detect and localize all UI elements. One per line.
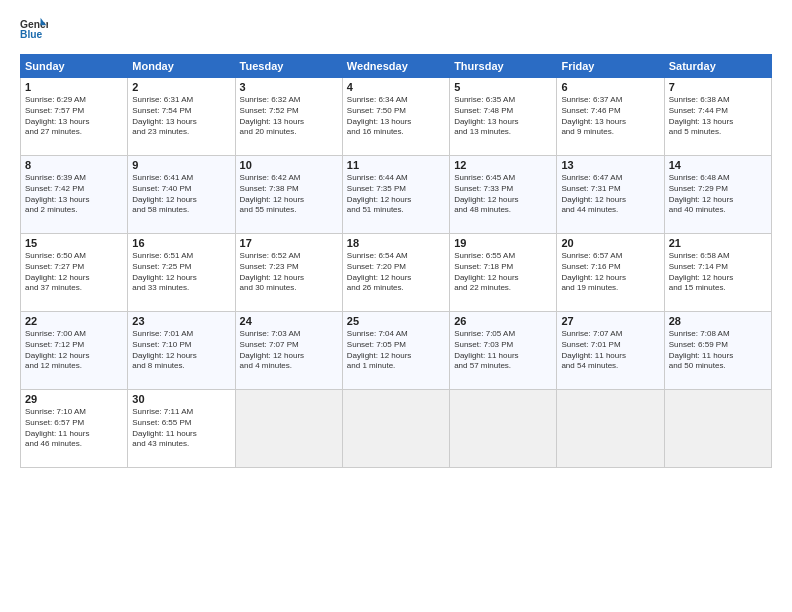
calendar-cell: 21Sunrise: 6:58 AM Sunset: 7:14 PM Dayli… — [664, 234, 771, 312]
day-number: 20 — [561, 237, 659, 249]
calendar-body: 1Sunrise: 6:29 AM Sunset: 7:57 PM Daylig… — [21, 78, 772, 468]
cell-info: Sunrise: 7:11 AM Sunset: 6:55 PM Dayligh… — [132, 407, 230, 450]
calendar-cell: 25Sunrise: 7:04 AM Sunset: 7:05 PM Dayli… — [342, 312, 449, 390]
calendar-cell — [450, 390, 557, 468]
cell-info: Sunrise: 7:00 AM Sunset: 7:12 PM Dayligh… — [25, 329, 123, 372]
calendar-cell: 3Sunrise: 6:32 AM Sunset: 7:52 PM Daylig… — [235, 78, 342, 156]
cell-info: Sunrise: 7:03 AM Sunset: 7:07 PM Dayligh… — [240, 329, 338, 372]
calendar-header-tuesday: Tuesday — [235, 55, 342, 78]
cell-info: Sunrise: 6:51 AM Sunset: 7:25 PM Dayligh… — [132, 251, 230, 294]
calendar-cell: 15Sunrise: 6:50 AM Sunset: 7:27 PM Dayli… — [21, 234, 128, 312]
day-number: 2 — [132, 81, 230, 93]
cell-info: Sunrise: 6:44 AM Sunset: 7:35 PM Dayligh… — [347, 173, 445, 216]
day-number: 22 — [25, 315, 123, 327]
day-number: 13 — [561, 159, 659, 171]
cell-info: Sunrise: 6:47 AM Sunset: 7:31 PM Dayligh… — [561, 173, 659, 216]
cell-info: Sunrise: 6:35 AM Sunset: 7:48 PM Dayligh… — [454, 95, 552, 138]
day-number: 18 — [347, 237, 445, 249]
day-number: 24 — [240, 315, 338, 327]
day-number: 1 — [25, 81, 123, 93]
calendar-header-wednesday: Wednesday — [342, 55, 449, 78]
logo: General Blue — [20, 16, 48, 44]
page-header: General Blue — [20, 16, 772, 44]
cell-info: Sunrise: 6:29 AM Sunset: 7:57 PM Dayligh… — [25, 95, 123, 138]
calendar-week-2: 8Sunrise: 6:39 AM Sunset: 7:42 PM Daylig… — [21, 156, 772, 234]
calendar-cell: 16Sunrise: 6:51 AM Sunset: 7:25 PM Dayli… — [128, 234, 235, 312]
day-number: 23 — [132, 315, 230, 327]
calendar-cell: 6Sunrise: 6:37 AM Sunset: 7:46 PM Daylig… — [557, 78, 664, 156]
day-number: 3 — [240, 81, 338, 93]
calendar-cell: 30Sunrise: 7:11 AM Sunset: 6:55 PM Dayli… — [128, 390, 235, 468]
calendar-cell: 17Sunrise: 6:52 AM Sunset: 7:23 PM Dayli… — [235, 234, 342, 312]
calendar-cell: 4Sunrise: 6:34 AM Sunset: 7:50 PM Daylig… — [342, 78, 449, 156]
cell-info: Sunrise: 6:39 AM Sunset: 7:42 PM Dayligh… — [25, 173, 123, 216]
calendar-header-saturday: Saturday — [664, 55, 771, 78]
calendar-cell: 24Sunrise: 7:03 AM Sunset: 7:07 PM Dayli… — [235, 312, 342, 390]
calendar-cell: 5Sunrise: 6:35 AM Sunset: 7:48 PM Daylig… — [450, 78, 557, 156]
cell-info: Sunrise: 6:52 AM Sunset: 7:23 PM Dayligh… — [240, 251, 338, 294]
calendar-week-4: 22Sunrise: 7:00 AM Sunset: 7:12 PM Dayli… — [21, 312, 772, 390]
calendar-cell: 14Sunrise: 6:48 AM Sunset: 7:29 PM Dayli… — [664, 156, 771, 234]
calendar-header-thursday: Thursday — [450, 55, 557, 78]
calendar-week-1: 1Sunrise: 6:29 AM Sunset: 7:57 PM Daylig… — [21, 78, 772, 156]
day-number: 11 — [347, 159, 445, 171]
calendar-header-monday: Monday — [128, 55, 235, 78]
calendar-cell: 23Sunrise: 7:01 AM Sunset: 7:10 PM Dayli… — [128, 312, 235, 390]
day-number: 30 — [132, 393, 230, 405]
cell-info: Sunrise: 7:10 AM Sunset: 6:57 PM Dayligh… — [25, 407, 123, 450]
cell-info: Sunrise: 6:50 AM Sunset: 7:27 PM Dayligh… — [25, 251, 123, 294]
cell-info: Sunrise: 6:38 AM Sunset: 7:44 PM Dayligh… — [669, 95, 767, 138]
calendar-header-row: SundayMondayTuesdayWednesdayThursdayFrid… — [21, 55, 772, 78]
calendar-table: SundayMondayTuesdayWednesdayThursdayFrid… — [20, 54, 772, 468]
calendar-cell — [235, 390, 342, 468]
day-number: 28 — [669, 315, 767, 327]
calendar-cell: 28Sunrise: 7:08 AM Sunset: 6:59 PM Dayli… — [664, 312, 771, 390]
calendar-week-3: 15Sunrise: 6:50 AM Sunset: 7:27 PM Dayli… — [21, 234, 772, 312]
day-number: 15 — [25, 237, 123, 249]
cell-info: Sunrise: 7:05 AM Sunset: 7:03 PM Dayligh… — [454, 329, 552, 372]
svg-text:Blue: Blue — [20, 29, 43, 40]
calendar-cell: 2Sunrise: 6:31 AM Sunset: 7:54 PM Daylig… — [128, 78, 235, 156]
calendar-cell: 12Sunrise: 6:45 AM Sunset: 7:33 PM Dayli… — [450, 156, 557, 234]
day-number: 5 — [454, 81, 552, 93]
day-number: 21 — [669, 237, 767, 249]
cell-info: Sunrise: 6:37 AM Sunset: 7:46 PM Dayligh… — [561, 95, 659, 138]
day-number: 17 — [240, 237, 338, 249]
day-number: 12 — [454, 159, 552, 171]
calendar-cell: 18Sunrise: 6:54 AM Sunset: 7:20 PM Dayli… — [342, 234, 449, 312]
cell-info: Sunrise: 6:42 AM Sunset: 7:38 PM Dayligh… — [240, 173, 338, 216]
calendar-cell — [664, 390, 771, 468]
day-number: 29 — [25, 393, 123, 405]
calendar-cell — [342, 390, 449, 468]
day-number: 14 — [669, 159, 767, 171]
day-number: 25 — [347, 315, 445, 327]
calendar-cell: 13Sunrise: 6:47 AM Sunset: 7:31 PM Dayli… — [557, 156, 664, 234]
day-number: 4 — [347, 81, 445, 93]
cell-info: Sunrise: 6:41 AM Sunset: 7:40 PM Dayligh… — [132, 173, 230, 216]
day-number: 10 — [240, 159, 338, 171]
day-number: 6 — [561, 81, 659, 93]
cell-info: Sunrise: 7:07 AM Sunset: 7:01 PM Dayligh… — [561, 329, 659, 372]
calendar-header-friday: Friday — [557, 55, 664, 78]
calendar-cell: 20Sunrise: 6:57 AM Sunset: 7:16 PM Dayli… — [557, 234, 664, 312]
cell-info: Sunrise: 6:48 AM Sunset: 7:29 PM Dayligh… — [669, 173, 767, 216]
calendar-cell: 1Sunrise: 6:29 AM Sunset: 7:57 PM Daylig… — [21, 78, 128, 156]
calendar-cell: 26Sunrise: 7:05 AM Sunset: 7:03 PM Dayli… — [450, 312, 557, 390]
cell-info: Sunrise: 6:34 AM Sunset: 7:50 PM Dayligh… — [347, 95, 445, 138]
cell-info: Sunrise: 6:58 AM Sunset: 7:14 PM Dayligh… — [669, 251, 767, 294]
day-number: 19 — [454, 237, 552, 249]
day-number: 16 — [132, 237, 230, 249]
calendar-cell: 22Sunrise: 7:00 AM Sunset: 7:12 PM Dayli… — [21, 312, 128, 390]
day-number: 9 — [132, 159, 230, 171]
calendar-header-sunday: Sunday — [21, 55, 128, 78]
calendar-cell — [557, 390, 664, 468]
day-number: 8 — [25, 159, 123, 171]
calendar-cell: 11Sunrise: 6:44 AM Sunset: 7:35 PM Dayli… — [342, 156, 449, 234]
day-number: 7 — [669, 81, 767, 93]
calendar-cell: 9Sunrise: 6:41 AM Sunset: 7:40 PM Daylig… — [128, 156, 235, 234]
cell-info: Sunrise: 7:08 AM Sunset: 6:59 PM Dayligh… — [669, 329, 767, 372]
calendar-cell: 29Sunrise: 7:10 AM Sunset: 6:57 PM Dayli… — [21, 390, 128, 468]
calendar-cell: 27Sunrise: 7:07 AM Sunset: 7:01 PM Dayli… — [557, 312, 664, 390]
calendar-cell: 10Sunrise: 6:42 AM Sunset: 7:38 PM Dayli… — [235, 156, 342, 234]
calendar-cell: 7Sunrise: 6:38 AM Sunset: 7:44 PM Daylig… — [664, 78, 771, 156]
